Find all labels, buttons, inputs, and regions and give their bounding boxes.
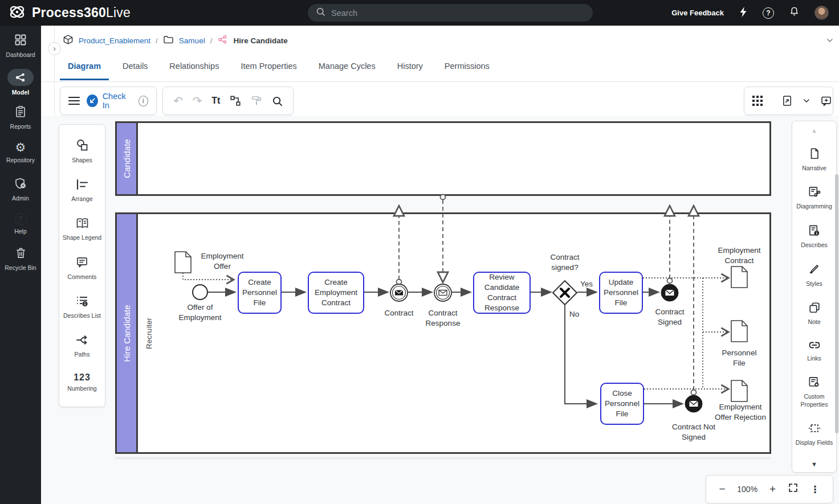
panel-custom-properties[interactable]: Custom Properties [793,376,836,408]
tool-comments[interactable]: Comments [62,256,103,281]
breadcrumb-link-product-enablement[interactable]: Product_Enablement [79,36,150,45]
tabs-divider [41,81,839,82]
tab-item-properties[interactable]: Item Properties [233,57,304,80]
panel-narrative[interactable]: Narrative [793,147,836,173]
breadcrumb-link-samuel[interactable]: Samuel [179,36,205,45]
brand: Process360Live [0,3,131,23]
label-employment-offer: Employment Offer [195,251,250,272]
breadcrumb: Product_Enablement / Samuel / Hire Candi… [63,34,288,47]
sidebar-item-recycle-bin[interactable]: Recycle Bin [0,247,41,271]
pool-hire-candidate[interactable]: Hire Candidate Recruiter [115,212,771,454]
styles-pen-icon [808,263,821,278]
global-search[interactable] [308,4,593,22]
zoom-out-button[interactable]: − [719,483,725,495]
diagramming-icon [808,186,821,200]
describes-icon [808,224,821,239]
pool-candidate[interactable]: Candidate [115,121,771,196]
help-icon[interactable]: ? [763,7,774,19]
shape-legend-icon [75,217,89,232]
tab-relationships[interactable]: Relationships [161,57,227,80]
pool-hire-candidate-band[interactable]: Hire Candidate [117,214,138,452]
grid-apps-icon[interactable] [752,96,763,106]
tab-permissions[interactable]: Permissions [437,57,498,80]
diagram-tool-panel: Shapes Arrange Shape Legend Comments Des… [59,124,105,407]
lightning-icon[interactable] [739,6,748,20]
task-create-employment-contract[interactable]: Create Employment Contract [308,272,364,314]
sidebar-item-reports[interactable]: Reports [0,105,41,130]
diagram-horizontal-scrollbar[interactable] [115,457,771,460]
tab-details[interactable]: Details [115,57,156,80]
chevron-down-icon[interactable] [802,96,811,105]
panel-styles[interactable]: Styles [793,263,836,288]
tab-diagram[interactable]: Diagram [60,57,109,80]
zoom-in-button[interactable]: + [769,483,776,495]
export-document-icon[interactable] [781,95,793,106]
tab-manage-cycles[interactable]: Manage Cycles [311,57,384,80]
tool-describes-list[interactable]: Describes List [62,295,103,320]
panel-describes[interactable]: Describes [793,224,836,249]
search-diagram-icon[interactable] [272,96,283,106]
task-update-personnel-file[interactable]: Update Personnel File [599,272,643,314]
fullscreen-icon[interactable] [788,482,799,496]
sidebar-item-help[interactable]: ? Help [0,213,41,235]
task-close-personnel-file[interactable]: Close Personnel File [600,383,644,425]
tool-arrange[interactable]: Arrange [62,178,103,203]
tool-shapes[interactable]: Shapes [62,138,103,165]
panel-note[interactable]: Note [793,301,836,326]
menu-hamburger-icon[interactable] [68,96,80,105]
more-options-icon[interactable]: ⋮ [811,483,820,495]
panel-scroll-up-icon[interactable]: ▲ [811,127,817,134]
collapse-panel-button[interactable]: › [48,42,61,55]
sidebar-item-repository[interactable]: ⚙ Repository [0,141,41,163]
vertical-scrollbar[interactable] [835,174,838,433]
check-in-button[interactable]: Check In [87,92,132,110]
undo-icon[interactable]: ↶ [173,95,183,106]
breadcrumb-chevron-down-icon[interactable] [825,36,834,47]
panel-divider [54,26,55,116]
paths-icon [75,334,89,349]
arrange-icon [75,178,89,193]
reports-icon [14,105,27,120]
display-fields-icon [808,422,821,437]
pool-candidate-band[interactable]: Candidate [117,123,138,194]
add-comment-icon[interactable] [820,95,832,107]
app-sidebar: Dashboard Model Reports ⚙ Repository Adm… [0,26,41,504]
panel-display-fields[interactable]: Display Fields [793,422,836,447]
label-personnel-file: Personnel File [718,348,761,368]
note-icon [808,301,821,316]
notifications-bell-icon[interactable] [789,6,800,20]
tab-history[interactable]: History [389,57,431,80]
label-contract-response: Contract Response [417,308,469,329]
diagram-toolbar-right [744,87,833,115]
sidebar-item-dashboard[interactable]: Dashboard [0,34,41,58]
sidebar-item-admin[interactable]: Admin [0,177,41,202]
panel-diagramming[interactable]: Diagramming [793,186,836,211]
sidebar-item-model[interactable]: Model [0,69,41,96]
panel-scroll-down-icon[interactable]: ▼ [811,461,817,468]
text-style-icon[interactable]: Tt [211,96,220,106]
label-no: No [569,309,585,319]
panel-links[interactable]: Links [793,340,836,363]
tool-shape-legend[interactable]: Shape Legend [62,217,103,242]
task-create-personnel-file[interactable]: Create Personnel File [238,272,282,314]
cube-icon [63,34,74,47]
check-in-icon [87,95,98,107]
breadcrumb-current-hire-candidate[interactable]: Hire Candidate [233,36,287,45]
tool-paths[interactable]: Paths [62,334,103,359]
connector-icon[interactable] [230,95,241,106]
folder-icon [163,35,174,46]
tool-numbering[interactable]: 123 Numbering [62,372,103,393]
model-icon [7,69,34,86]
user-avatar[interactable] [814,6,829,20]
numbering-icon: 123 [74,372,91,383]
task-review-candidate-contract-response[interactable]: Review Candidate Contract Response [473,272,531,314]
label-contract-signed: Contract Signed [647,307,693,327]
top-bar: Process360Live Give Feedback ? [0,0,839,26]
info-icon[interactable]: i [139,96,148,106]
format-painter-icon[interactable] [251,95,262,106]
search-input[interactable] [331,9,585,18]
lane-recruiter[interactable]: Recruiter [142,214,155,452]
redo-icon[interactable]: ↷ [193,95,202,106]
diagram-toolbar-edit: ↶ ↷ Tt [162,87,294,115]
give-feedback-button[interactable]: Give Feedback [671,9,724,17]
